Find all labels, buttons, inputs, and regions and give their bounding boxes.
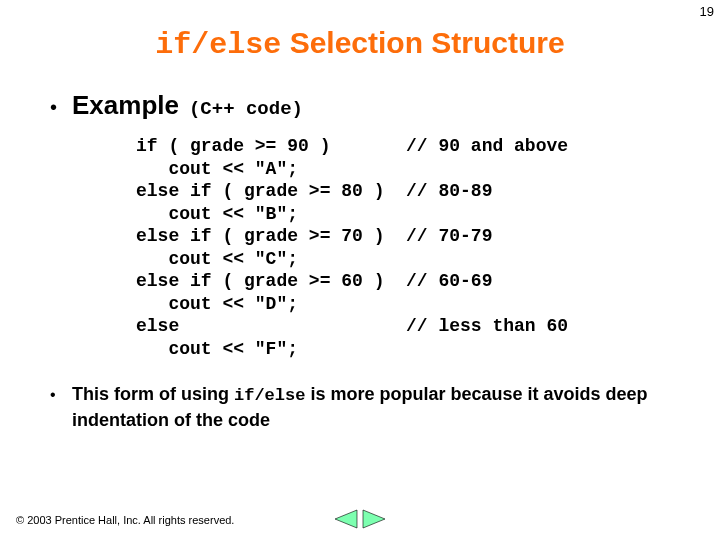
explanation-pre: This form of using [72,384,234,404]
slide-body: • Example (C++ code) if ( grade >= 90 ) … [50,90,686,432]
svg-marker-1 [363,510,385,528]
bullet-dot-icon: • [50,384,72,406]
svg-marker-0 [335,510,357,528]
bullet-example: • Example (C++ code) [50,90,686,121]
title-rest: Selection Structure [281,26,564,59]
triangle-right-icon [361,508,389,530]
slide-title: if/else Selection Structure [0,26,720,62]
bullet-explanation: • This form of using if/else is more pop… [50,382,686,432]
nav-controls [331,508,389,530]
next-button[interactable] [361,508,389,530]
page-number: 19 [700,4,714,19]
prev-button[interactable] [331,508,359,530]
copyright-notice: © 2003 Prentice Hall, Inc. All rights re… [16,514,234,526]
code-block: if ( grade >= 90 ) // 90 and above cout … [136,135,686,360]
example-label: Example [72,90,179,121]
title-mono-part: if/else [155,28,281,62]
explanation-text: This form of using if/else is more popul… [72,382,686,432]
example-sublabel: (C++ code) [189,98,303,120]
bullet-dot-icon: • [50,96,72,119]
triangle-left-icon [331,508,359,530]
explanation-mono: if/else [234,386,305,405]
